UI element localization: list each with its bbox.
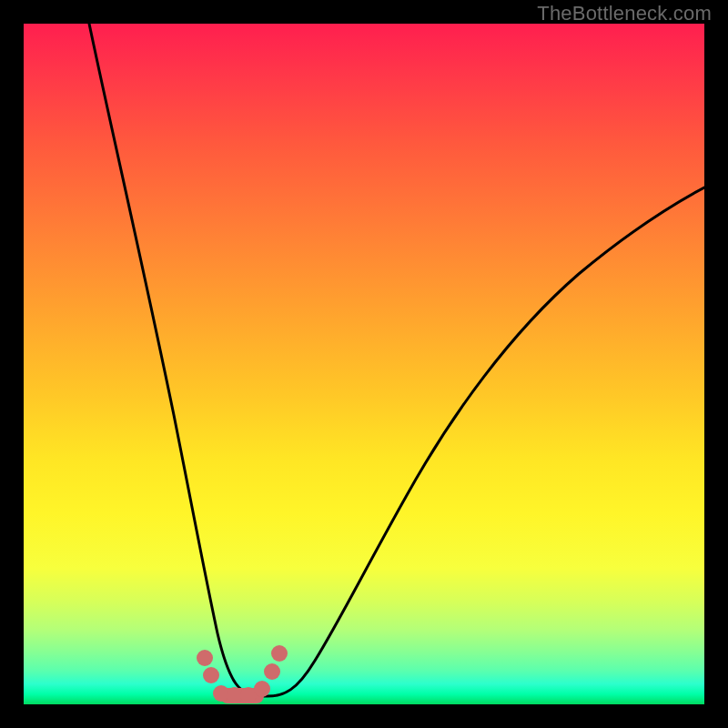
plot-area [24, 24, 704, 704]
marker-dot [203, 667, 219, 683]
marker-dot [264, 663, 280, 680]
watermark-text: TheBottleneck.com [537, 2, 712, 25]
marker-dot [197, 650, 213, 666]
marker-dot [271, 645, 288, 662]
chart-container: TheBottleneck.com [0, 0, 728, 728]
marker-dot [254, 681, 270, 697]
chart-svg [24, 24, 704, 704]
bottleneck-curve [89, 24, 704, 696]
